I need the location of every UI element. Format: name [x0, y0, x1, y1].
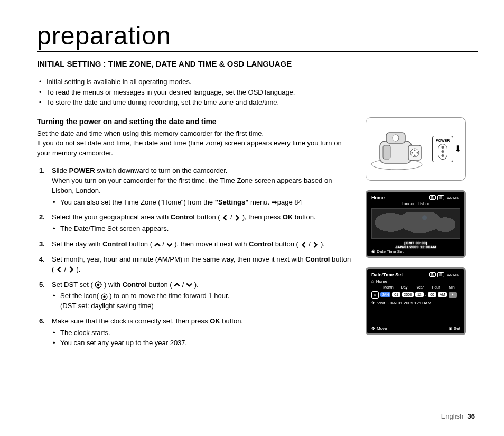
svg-line-9	[100, 283, 101, 283]
text: button (	[195, 213, 222, 221]
step-6: Make sure that the clock is correctly se…	[37, 317, 354, 348]
svg-rect-22	[383, 145, 390, 159]
lbl-min: Min	[445, 285, 458, 289]
field-year: 2009	[402, 292, 414, 297]
lbl-year: Year	[414, 285, 426, 289]
svg-point-1	[97, 284, 100, 286]
text: You can also set the Time Zone ("Home") …	[60, 198, 215, 206]
chevron-right-icon	[312, 242, 319, 248]
text: Set month, year, hour and minute (AM/PM)…	[52, 255, 305, 263]
svg-point-18	[414, 150, 416, 151]
svg-point-11	[103, 295, 105, 298]
step-1: Slide POWER switch downward to turn on t…	[37, 166, 354, 207]
svg-point-21	[417, 152, 418, 154]
text: Select the your geographical area with	[52, 213, 171, 221]
power-switch-diagram: POWER	[432, 136, 453, 162]
nav-cross-icon: ✥	[371, 326, 375, 331]
control-label: Control	[102, 240, 127, 248]
chevron-up-icon	[174, 282, 180, 288]
time-badge: 120 MIN	[446, 196, 460, 199]
field-min: 00	[428, 292, 436, 297]
camcorder-illustration	[370, 126, 428, 171]
battery-icon: ▥	[437, 195, 444, 200]
lcd-status-icons: IN ▥ 120 MIN	[429, 195, 460, 200]
lbl-month: Month	[382, 285, 395, 289]
text: ) with	[104, 281, 123, 289]
nav-dot-icon: ◉	[371, 249, 375, 254]
field-hour: 12	[415, 292, 424, 297]
lcd-footer-set: ◉ Set	[449, 326, 460, 331]
text: ).	[194, 281, 199, 289]
battery-icon: ▥	[437, 272, 444, 277]
datetime-fields: ☼ JAN 01 2009 12 : 00 AM ✶	[371, 291, 460, 299]
dst-gear-icon	[95, 281, 102, 289]
chevron-left-icon	[222, 215, 228, 221]
intro-bullet: Initial setting is available in all oper…	[37, 77, 478, 87]
text: Set the icon(	[60, 292, 101, 300]
field-day: 01	[392, 292, 400, 297]
chevron-left-icon	[301, 242, 307, 248]
text: menu. ➡page 84	[248, 198, 302, 206]
figure-lcd-timezone: Home IN ▥ 120 MIN London, Lisbon [GMT 00…	[366, 190, 466, 258]
text: button (	[147, 281, 174, 289]
world-map-graphic	[371, 208, 460, 239]
intro-bullet: To store the date and time during record…	[37, 97, 478, 108]
lcd-visit-row: ✈ Visit : JAN 01 2009 12:00AM	[371, 301, 460, 305]
lcd-gmt: [GMT 00:00]	[371, 241, 460, 245]
text: switch downward to turn on the camcorder…	[95, 166, 228, 174]
text: button.	[220, 317, 243, 325]
sub-bullet: The Date/Time Set screen appears.	[52, 224, 354, 234]
sub-bullet: The clock starts.	[52, 328, 354, 338]
nav-dot-icon: ◉	[449, 326, 452, 331]
lcd-footer-left: ◉ Date Time Set	[371, 249, 404, 254]
set-label: Set	[454, 326, 460, 331]
control-label: Control	[123, 281, 147, 289]
subheading: Turning the power on and setting the dat…	[37, 117, 354, 126]
dst-icon: ☼	[371, 291, 379, 299]
chevron-up-icon	[154, 242, 161, 248]
intro-paragraph: Set the date and time when using this me…	[37, 129, 354, 159]
text: Slide	[52, 166, 69, 174]
dst-gear-icon	[101, 293, 108, 300]
sub-bullet: Set the icon( ) to on to move the time f…	[52, 291, 354, 311]
svg-line-6	[96, 283, 97, 283]
lcd-home-row: ⌂ Home	[371, 279, 460, 284]
plane-icon: ✈	[371, 301, 375, 305]
text: Make sure that the clock is correctly se…	[52, 317, 210, 325]
chevron-right-icon	[234, 215, 240, 221]
lcd-status-icons: IN ▥ 120 MIN	[429, 272, 460, 277]
text: ), then press	[242, 213, 283, 221]
ok-label: OK	[210, 317, 220, 325]
text: Set DST set (	[52, 281, 95, 289]
field-ampm: AM	[438, 292, 447, 297]
svg-point-20	[412, 152, 413, 154]
arrow-down-icon: ⬇	[454, 145, 461, 153]
step-5: Set DST set ( ) with Control button ( / …	[37, 280, 354, 312]
lbl-day: Day	[398, 285, 410, 289]
intro-bullet: To read the menus or messages in your de…	[37, 87, 478, 98]
storage-badge: IN	[429, 195, 436, 200]
ok-label: OK	[283, 213, 293, 221]
time-badge: 120 MIN	[446, 273, 460, 276]
footer-page: 36	[468, 412, 475, 420]
page-title: preparation	[37, 21, 478, 52]
steps-list: Slide POWER switch downward to turn on t…	[37, 166, 354, 348]
lcd-footer-label: Date Time Set	[377, 249, 404, 254]
power-text: POWER	[434, 138, 451, 142]
field-labels: Month Day Year Hour Min	[371, 285, 460, 289]
control-label: Control	[305, 255, 330, 263]
text: button (	[127, 240, 154, 248]
text: ) to on to move the time forward 1 hour.	[109, 292, 229, 300]
lcd-home-label: Home	[376, 279, 387, 284]
control-label: Control	[171, 213, 195, 221]
svg-point-19	[414, 155, 416, 156]
text: When you turn on your camcorder for the …	[52, 177, 332, 194]
footer-lang: English_	[441, 412, 468, 420]
move-label: Move	[377, 326, 387, 331]
text: button.	[293, 213, 315, 221]
text: ).	[76, 265, 80, 273]
text: (DST set: daylight saving time)	[60, 302, 154, 310]
power-label: POWER	[69, 166, 95, 174]
field-month: JAN	[380, 292, 390, 297]
power-slot	[438, 144, 447, 160]
